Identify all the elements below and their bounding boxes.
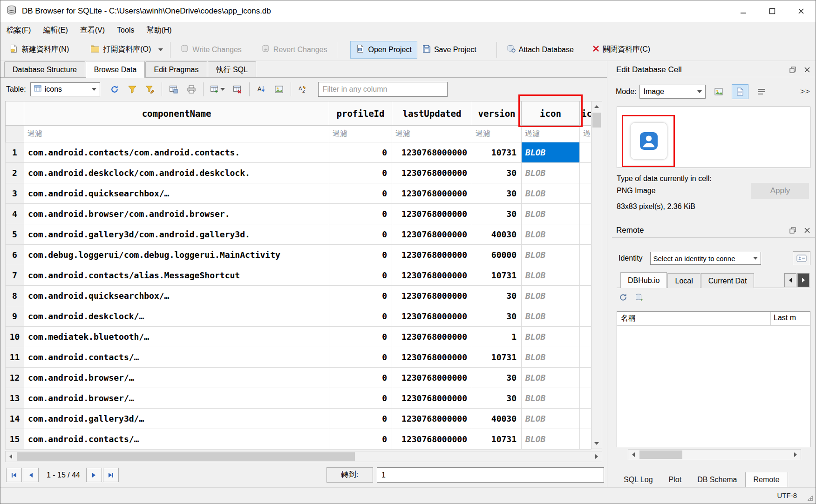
cell-version[interactable]: 40030	[472, 409, 522, 429]
menu-file[interactable]: 檔案(F)	[0, 22, 37, 39]
cell-lastupdated[interactable]: 1230768000000	[392, 327, 472, 347]
row-number[interactable]: 5	[6, 224, 24, 245]
cell-version[interactable]: 1	[472, 327, 522, 347]
filter-version[interactable]: 過濾	[472, 126, 522, 142]
cell-profileid[interactable]: 0	[329, 306, 392, 327]
cell-version[interactable]: 30	[472, 368, 522, 388]
cell-extra[interactable]	[580, 327, 592, 347]
row-number[interactable]: 10	[6, 327, 24, 347]
cell-componentname[interactable]: com.android.contacts/…	[24, 347, 329, 368]
maximize-button[interactable]	[758, 0, 787, 22]
horizontal-scrollbar[interactable]	[5, 451, 602, 462]
cell-lastupdated[interactable]: 1230768000000	[392, 368, 472, 388]
remote-tab-current-database[interactable]: Current Dat	[701, 273, 755, 288]
write-changes-button[interactable]: Write Changes	[175, 41, 247, 59]
cell-version[interactable]: 10731	[472, 429, 522, 450]
cell-icon[interactable]: BLOB	[522, 265, 580, 286]
first-page-button[interactable]	[6, 468, 22, 482]
float-panel-button[interactable]	[787, 225, 798, 236]
cell-icon[interactable]: BLOB	[522, 204, 580, 224]
cell-lastupdated[interactable]: 1230768000000	[392, 163, 472, 183]
table-select[interactable]: icons	[30, 82, 100, 96]
open-database-button[interactable]: 打開資料庫(O)	[85, 41, 156, 59]
cell-componentname[interactable]: com.android.gallery3d/com.android.galler…	[24, 224, 329, 245]
remote-tab-local[interactable]: Local	[667, 273, 700, 288]
col-header-lastupdated[interactable]: lastUpdated	[392, 101, 472, 126]
scroll-down-button[interactable]	[592, 438, 602, 449]
tab-execute-sql[interactable]: 執行 SQL	[208, 61, 256, 77]
cell-version[interactable]: 30	[472, 306, 522, 327]
new-database-button[interactable]: 新建資料庫(N)	[4, 41, 74, 59]
close-panel-button[interactable]	[802, 64, 813, 75]
word-wrap-button[interactable]	[753, 84, 770, 99]
cell-profileid[interactable]: 0	[329, 429, 392, 450]
last-page-button[interactable]	[103, 468, 119, 482]
dock-tab-plot[interactable]: Plot	[661, 472, 690, 487]
cell-componentname[interactable]: com.android.deskclock/…	[24, 306, 329, 327]
revert-changes-button[interactable]: Revert Changes	[256, 41, 333, 59]
menu-tools[interactable]: Tools	[111, 22, 140, 39]
goto-button[interactable]: 轉到:	[326, 467, 373, 483]
row-number[interactable]: 4	[6, 204, 24, 224]
menu-help[interactable]: 幫助(H)	[140, 22, 177, 39]
cell-icon[interactable]: BLOB	[522, 224, 580, 245]
tab-database-structure[interactable]: Database Structure	[4, 61, 85, 77]
cell-lastupdated[interactable]: 1230768000000	[392, 409, 472, 429]
row-number[interactable]: 9	[6, 306, 24, 327]
cell-componentname[interactable]: com.android.quicksearchbox/…	[24, 183, 329, 204]
resize-grip[interactable]	[808, 496, 813, 501]
cell-extra[interactable]	[580, 265, 592, 286]
cell-icon[interactable]: BLOB	[522, 409, 580, 429]
overflow-chevron-button[interactable]: >>	[800, 87, 810, 96]
cell-icon[interactable]: BLOB	[522, 347, 580, 368]
open-project-button[interactable]: Open Project	[350, 41, 417, 59]
cell-lastupdated[interactable]: 1230768000000	[392, 204, 472, 224]
cell-icon[interactable]: BLOB	[522, 429, 580, 450]
cell-componentname[interactable]: com.android.contacts/com.android.contact…	[24, 142, 329, 163]
cell-profileid[interactable]: 0	[329, 142, 392, 163]
menu-view[interactable]: 查看(V)	[74, 22, 111, 39]
row-number[interactable]: 3	[6, 183, 24, 204]
next-page-button[interactable]	[86, 468, 102, 482]
row-number[interactable]: 12	[6, 368, 24, 388]
close-button[interactable]	[787, 0, 816, 22]
vertical-scroll-thumb[interactable]	[592, 113, 601, 128]
col-header-version[interactable]: version	[472, 101, 522, 126]
cell-profileid[interactable]: 0	[329, 388, 392, 409]
filter-icon[interactable]: 過濾	[522, 126, 580, 142]
cell-lastupdated[interactable]: 1230768000000	[392, 347, 472, 368]
cell-icon[interactable]: BLOB	[522, 286, 580, 306]
insert-record-button[interactable]	[206, 82, 229, 97]
cell-lastupdated[interactable]: 1230768000000	[392, 388, 472, 409]
cell-version[interactable]: 10731	[472, 347, 522, 368]
cell-profileid[interactable]: 0	[329, 327, 392, 347]
remote-tab-dbhub[interactable]: DBHub.io	[620, 272, 667, 288]
cell-profileid[interactable]: 0	[329, 204, 392, 224]
cell-version[interactable]: 30	[472, 183, 522, 204]
cell-extra[interactable]	[580, 183, 592, 204]
scroll-left-button[interactable]	[6, 451, 16, 462]
save-project-button[interactable]: Save Project	[417, 41, 482, 59]
cell-lastupdated[interactable]: 1230768000000	[392, 183, 472, 204]
cell-profileid[interactable]: 0	[329, 224, 392, 245]
edit-cell-button[interactable]: Az	[294, 82, 312, 97]
auto-mode-button[interactable]	[710, 84, 727, 99]
attach-database-button[interactable]: Attach Database	[502, 41, 579, 59]
cell-version[interactable]: 30	[472, 388, 522, 409]
cell-lastupdated[interactable]: 1230768000000	[392, 286, 472, 306]
cell-extra[interactable]	[580, 286, 592, 306]
cell-extra[interactable]	[580, 204, 592, 224]
mode-select[interactable]: Image	[639, 85, 706, 99]
close-database-button[interactable]: 關閉資料庫(C)	[587, 41, 655, 59]
filter-button[interactable]	[123, 82, 141, 97]
cell-lastupdated[interactable]: 1230768000000	[392, 142, 472, 163]
scroll-right-button[interactable]	[790, 450, 801, 460]
scroll-right-button[interactable]	[592, 451, 602, 462]
remote-scrollbar[interactable]	[628, 449, 801, 460]
minimize-button[interactable]	[729, 0, 758, 22]
filter-profileid[interactable]: 過濾	[329, 126, 392, 142]
cell-profileid[interactable]: 0	[329, 183, 392, 204]
cell-icon[interactable]: BLOB	[522, 245, 580, 265]
cell-lastupdated[interactable]: 1230768000000	[392, 265, 472, 286]
cell-icon[interactable]: BLOB	[522, 306, 580, 327]
